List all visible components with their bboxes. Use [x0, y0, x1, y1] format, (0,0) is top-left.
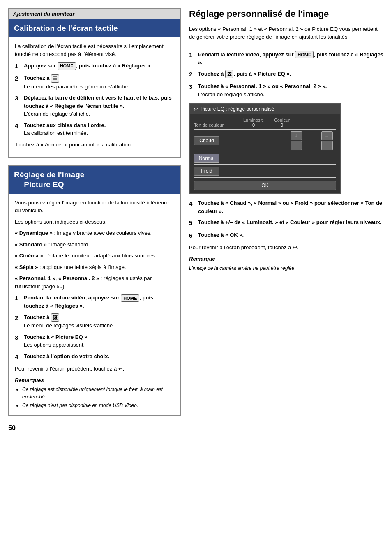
picture-eq-intro2: Les options sont indiquées ci-dessous. [15, 218, 174, 226]
peq-step-1: 1 Pendant la lecture vidéo, appuyez sur … [15, 294, 174, 310]
step-3-text: Déplacez la barre de défilement vers le … [24, 95, 172, 109]
divider-4 [194, 177, 336, 178]
right-step-6: 6 Touchez à « OK ». [189, 231, 384, 241]
step-content-2: Touchez à ☰. Le menu des paramètres géné… [24, 74, 174, 90]
peq-step-4-text: Touchez à l'option de votre choix. [24, 353, 109, 359]
right-step-num-5: 5 [189, 218, 196, 228]
image-icon-1[interactable]: 🖼 [51, 313, 59, 322]
color-ctrl-chaud: + – [318, 131, 336, 150]
right-step-num-4: 4 [189, 199, 196, 215]
right-outro: Pour revenir à l'écran précédent, touche… [189, 243, 384, 252]
option-sepia-key: « Sépia » [15, 264, 38, 270]
chaud-button[interactable]: Chaud [194, 136, 219, 145]
peq-step-num-1: 1 [15, 294, 21, 310]
page-container: Ajustement du moniteur Calibration de l'… [0, 0, 392, 556]
normal-button[interactable]: Normal [194, 154, 219, 163]
divider-1 [194, 129, 336, 130]
picture-eq-section: Réglage de l'image — Picture EQ Vous pou… [8, 165, 181, 416]
peq-step-3-sub: Les options apparaissent. [24, 341, 174, 349]
peq-step-3: 3 Touchez à « Picture EQ ». Les options … [15, 333, 174, 349]
peq-step-3-text: Touchez à « Picture EQ ». [24, 334, 89, 340]
step-content-1: Appuyez sur HOME, puis touchez à « Régla… [24, 62, 174, 71]
luminosity-minus-chaud[interactable]: – [291, 141, 302, 150]
calibration-step-3: 3 Déplacez la barre de défilement vers l… [15, 94, 174, 118]
calibration-italic-header: Ajustement du moniteur [9, 9, 180, 19]
peq-step-2: 2 Touchez à 🖼. Le menu de réglages visue… [15, 313, 174, 330]
picture-eq-intro: Vous pouvez régler l'image en fonction d… [15, 199, 174, 215]
option-standard-key: « Standard » [15, 241, 47, 248]
ok-button[interactable]: OK [194, 181, 336, 190]
peq-step-content-4: Touchez à l'option de votre choix. [24, 352, 174, 362]
color-minus-chaud[interactable]: – [321, 141, 333, 150]
luminosity-plus-chaud[interactable]: + [291, 131, 302, 140]
right-column: Réglage personnalisé de l'image Les opti… [189, 8, 384, 548]
right-step-4-text: Touchez à « Chaud », « Normal » ou « Fro… [198, 200, 382, 214]
peq-step-content-2: Touchez à 🖼. Le menu de réglages visuels… [24, 313, 174, 330]
option-dynamique: « Dynamique » : image vibrante avec des … [15, 229, 174, 237]
calibration-outro: Touchez à « Annuler » pour annuler la ca… [15, 141, 174, 149]
luminosity-ctrl-normal [287, 154, 305, 163]
chaud-controls: + – + – [287, 131, 336, 150]
step-4-text: Touchez aux cibles dans l'ordre. [24, 122, 106, 128]
calibration-intro: La calibration de l'écran tactile est né… [15, 42, 174, 58]
right-step-2-text: Touchez à 🖼, puis à « Picture EQ ». [198, 71, 291, 77]
remarque-item-2: Ce réglage n'est pas disponible en mode … [22, 402, 174, 409]
luminosity-val: 0 [243, 123, 264, 127]
color-tone-label: Ton de couleur [194, 123, 227, 127]
right-intro: Les options « Personnal. 1 » et « Person… [189, 25, 384, 41]
picture-eq-ui-mockup: ↩ Picture EQ : réglage personnalisé Ton … [189, 103, 341, 194]
calibration-content: La calibration de l'écran tactile est né… [9, 37, 180, 157]
divider-2 [194, 152, 336, 152]
image-icon-2[interactable]: 🖼 [225, 70, 233, 78]
home-button-1[interactable]: HOME [58, 62, 76, 70]
peq-step-2-sub: Le menu de réglages visuels s'affiche. [24, 322, 174, 330]
back-icon[interactable]: ↩ [193, 106, 198, 112]
calibration-section: Ajustement du moniteur Calibration de l'… [8, 8, 181, 158]
right-steps-before: 1 Pendant la lecture vidéo, appuyez sur … [189, 51, 384, 99]
pic-eq-header-row: Ton de couleur Luminosit. 0 Couleur 0 [194, 118, 336, 127]
picture-eq-blue-header: Réglage de l'image — Picture EQ [9, 166, 180, 194]
peq-step-num-2: 2 [15, 313, 21, 330]
option-personnal: « Personnal. 1 », « Personnal. 2 » : rég… [15, 274, 174, 290]
right-step-3-sub: L'écran de réglage s'affiche. [198, 90, 384, 99]
luminosity-ctrl-chaud: + – [287, 131, 305, 150]
color-label: Couleur [274, 118, 290, 123]
luminosity-col: Luminosit. 0 [243, 118, 264, 127]
calibration-step-1: 1 Appuyez sur HOME, puis touchez à « Rég… [15, 62, 174, 71]
color-val: 0 [274, 123, 290, 127]
calibration-step-2: 2 Touchez à ☰. Le menu des paramètres gé… [15, 74, 174, 90]
step-content-3: Déplacez la barre de défilement vers le … [24, 94, 174, 118]
picture-eq-steps: 1 Pendant la lecture vidéo, appuyez sur … [15, 294, 174, 361]
color-plus-chaud[interactable]: + [321, 131, 333, 140]
luminosity-ctrl-froid [287, 167, 305, 176]
luminosity-label: Luminosit. [243, 118, 264, 123]
pic-eq-adj-labels: Luminosit. 0 Couleur 0 [243, 118, 290, 127]
step-4-sub: La calibration est terminée. [24, 129, 174, 137]
option-dynamique-key: « Dynamique » [15, 230, 53, 236]
option-cinema: « Cinéma » : éclaire le moniteur; adapté… [15, 252, 174, 260]
color-col: Couleur 0 [274, 118, 290, 127]
right-step-content-5: Touchez à +/– de « Luminosit. » et « Cou… [198, 218, 384, 228]
step-2-text: Touchez à ☰. [24, 75, 61, 81]
right-step-3: 3 Touchez à « Personnal. 1 > » ou « Pers… [189, 82, 384, 98]
normal-controls [287, 154, 336, 163]
settings-icon-1[interactable]: ☰ [51, 74, 59, 83]
picture-eq-header-line1: Réglage de l'image [14, 170, 84, 179]
home-button-3[interactable]: HOME [295, 51, 314, 59]
home-button-2[interactable]: HOME [121, 294, 139, 302]
option-personnal2-key: « Personnal. 2 » [58, 275, 99, 281]
froid-controls [287, 167, 336, 176]
page-number: 50 [8, 424, 181, 432]
picture-eq-header-line2: — Picture EQ [14, 180, 64, 189]
right-step-2: 2 Touchez à 🖼, puis à « Picture EQ ». [189, 70, 384, 79]
froid-button[interactable]: Froid [194, 167, 219, 176]
option-sepia: « Sépia » : applique une teinte sépia à … [15, 263, 174, 271]
right-step-content-2: Touchez à 🖼, puis à « Picture EQ ». [198, 70, 384, 79]
left-column: Ajustement du moniteur Calibration de l'… [8, 8, 181, 548]
peq-step-content-1: Pendant la lecture vidéo, appuyez sur HO… [24, 294, 174, 310]
right-step-6-text: Touchez à « OK ». [198, 232, 244, 238]
right-step-content-4: Touchez à « Chaud », « Normal » ou « Fro… [198, 199, 384, 215]
peq-step-1-text: Pendant la lecture vidéo, appuyez sur HO… [24, 294, 153, 309]
peq-step-content-3: Touchez à « Picture EQ ». Les options ap… [24, 333, 174, 349]
normal-row: Normal [194, 154, 336, 163]
